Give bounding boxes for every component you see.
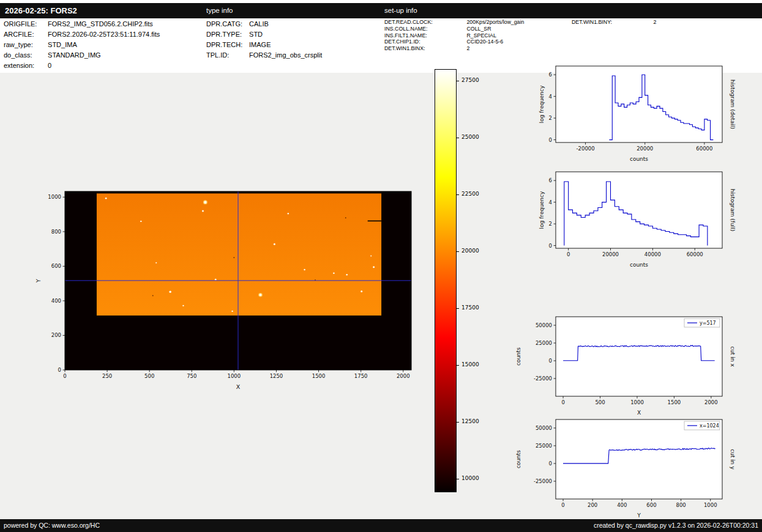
svg-text:40000: 40000: [644, 251, 661, 257]
svg-text:6: 6: [549, 177, 552, 183]
svg-text:-25000: -25000: [534, 478, 552, 484]
colorbar-tick-label: 22500: [461, 191, 479, 197]
info-value: FORS2.2026-02-25T23:51:11.974.fits: [48, 31, 160, 38]
info-row-dprcatg: DPR.CATG: CALIB: [206, 19, 322, 29]
info-value: 2: [653, 19, 656, 25]
svg-text:cut in y: cut in y: [730, 449, 736, 470]
svg-text:1000: 1000: [704, 502, 717, 508]
info-value: R_SPECIAL: [466, 32, 496, 39]
svg-text:750: 750: [187, 373, 196, 379]
footer-left-text: powered by QC: www.eso.org/HC: [4, 519, 100, 532]
colorbar-tick: [457, 365, 459, 366]
info-label: extension:: [4, 61, 46, 71]
histogram-full-plot: 02000040000600000246countslog frequencyh…: [508, 164, 753, 277]
svg-text:histogram (full): histogram (full): [730, 189, 736, 231]
svg-text:60000: 60000: [696, 146, 712, 152]
info-row-arcfile: ARCFILE: FORS2.2026-02-25T23:51:11.974.f…: [4, 29, 160, 40]
colorbar-tick: [457, 251, 459, 252]
svg-text:1000: 1000: [48, 194, 61, 200]
colorbar-tick: [457, 194, 459, 195]
setup-info-heading: set-up info: [384, 3, 417, 18]
info-value: 200Kps/2ports/low_gain: [466, 19, 524, 25]
svg-text:400: 400: [51, 298, 61, 304]
info-label: DET.WIN1.BINX:: [384, 45, 465, 52]
svg-text:log frequency: log frequency: [539, 85, 545, 123]
svg-text:60000: 60000: [687, 251, 703, 257]
svg-text:2000: 2000: [397, 373, 410, 379]
svg-text:x=1024: x=1024: [700, 423, 719, 429]
colorbar-tick: [457, 422, 459, 423]
type-info-block: DPR.CATG: CALIB DPR.TYPE: STD DPR.TECH: …: [206, 19, 322, 61]
svg-text:20000: 20000: [602, 251, 619, 257]
svg-text:20000: 20000: [637, 146, 653, 152]
svg-text:1000: 1000: [228, 373, 241, 379]
info-row-dprtype: DPR.TYPE: STD: [206, 29, 322, 40]
svg-text:cut in x: cut in x: [730, 346, 736, 367]
info-row-filtname: INS.FILT1.NAME: R_SPECIAL: [384, 32, 524, 39]
info-row-binx: DET.WIN1.BINX: 2: [384, 45, 524, 52]
svg-text:0: 0: [561, 399, 564, 405]
footer-bar: powered by QC: www.eso.org/HC created by…: [0, 519, 762, 532]
svg-text:50000: 50000: [536, 425, 552, 431]
colorbar: 1000012500150001750020000225002500027500: [428, 64, 508, 500]
cut-in-y-plot: 02004006008001000-2500002500050000x=1024…: [508, 412, 753, 522]
info-label: raw_type:: [4, 40, 46, 50]
svg-text:4: 4: [549, 94, 552, 100]
info-value: STANDARD_IMG: [48, 51, 101, 59]
info-value: FORS2_img_obs_crsplit: [249, 51, 322, 59]
header-bar: 2026-02-25: FORS2 type info set-up info: [0, 3, 762, 18]
colorbar-tick-label: 27500: [461, 77, 479, 83]
info-row-origfile: ORIGFILE: FORS2_IMG_STD056.2.CHIP2.fits: [4, 19, 160, 29]
info-label: DPR.TECH:: [206, 40, 247, 50]
info-row-chipid: DET.CHIP1.ID: CCID20-14-5-6: [384, 39, 524, 45]
svg-text:2: 2: [549, 221, 552, 227]
info-value: COLL_SR: [466, 26, 491, 32]
svg-text:800: 800: [51, 229, 61, 235]
svg-text:counts: counts: [630, 156, 648, 162]
svg-text:0: 0: [567, 251, 570, 257]
svg-text:4: 4: [549, 199, 552, 205]
info-value: CALIB: [249, 20, 269, 28]
colorbar-tick-label: 12500: [461, 418, 479, 424]
info-row-tplid: TPL.ID: FORS2_img_obs_crsplit: [206, 50, 322, 61]
svg-text:Y: Y: [35, 279, 42, 283]
svg-text:0: 0: [58, 367, 61, 373]
svg-text:500: 500: [144, 373, 154, 379]
svg-text:1500: 1500: [668, 399, 681, 405]
svg-text:1000: 1000: [630, 399, 644, 405]
cut-in-x-plot: 0500100015002000-2500002500050000y=517Xc…: [508, 309, 753, 419]
svg-text:histogram (detail): histogram (detail): [730, 79, 736, 129]
svg-text:y=517: y=517: [700, 320, 716, 326]
histogram-detail-plot: -2000020000600000246countslog frequencyh…: [508, 58, 753, 171]
info-row-rawtype: raw_type: STD_IMA: [4, 40, 160, 50]
svg-text:1500: 1500: [312, 373, 326, 379]
info-label: DET.READ.CLOCK:: [384, 19, 465, 26]
colorbar-tick: [457, 81, 459, 81]
svg-text:800: 800: [676, 502, 685, 508]
svg-text:0: 0: [63, 373, 66, 379]
info-row-dprtech: DPR.TECH: IMAGE: [206, 40, 322, 50]
colorbar-gradient: [435, 69, 457, 492]
svg-text:counts: counts: [515, 450, 521, 468]
info-row-biny: DET.WIN1.BINY: 2: [572, 19, 656, 26]
svg-text:-20000: -20000: [577, 146, 595, 152]
svg-text:counts: counts: [515, 347, 521, 366]
svg-text:0: 0: [549, 137, 552, 143]
info-row-collname: INS.COLL.NAME: COLL_SR: [384, 26, 524, 32]
svg-text:-25000: -25000: [534, 375, 552, 382]
file-info-block: ORIGFILE: FORS2_IMG_STD056.2.CHIP2.fits …: [4, 19, 160, 71]
qc-report-page: 2026-02-25: FORS2 type info set-up info …: [0, 0, 762, 532]
info-label: ORIGFILE:: [4, 19, 46, 29]
info-label: DPR.CATG:: [206, 19, 247, 29]
svg-text:log frequency: log frequency: [539, 191, 545, 229]
svg-text:0: 0: [549, 243, 552, 249]
svg-text:600: 600: [646, 502, 656, 508]
page-title: 2026-02-25: FORS2: [5, 3, 77, 18]
svg-text:2: 2: [549, 115, 552, 121]
info-value: 2: [466, 45, 469, 51]
svg-text:0: 0: [549, 460, 552, 467]
svg-text:25000: 25000: [536, 443, 552, 449]
setup-info-block: DET.READ.CLOCK: 200Kps/2ports/low_gain I…: [384, 19, 524, 52]
colorbar-tick: [457, 479, 459, 479]
info-value: IMAGE: [249, 41, 271, 48]
